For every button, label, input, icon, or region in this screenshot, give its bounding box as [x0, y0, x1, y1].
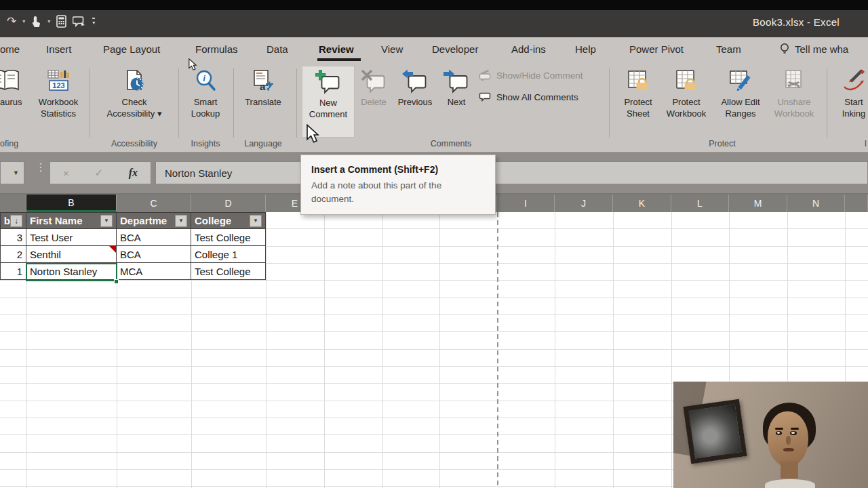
column-header-l[interactable]: L	[671, 195, 729, 212]
column-header-c[interactable]: C	[117, 195, 191, 212]
touch-mode-icon[interactable]	[31, 16, 41, 28]
tab-page-layout[interactable]: Page Layout	[103, 43, 160, 55]
presenter-shirt	[765, 479, 816, 488]
formula-bar-grip[interactable]: ⋮	[35, 165, 46, 170]
delete-comment-icon	[361, 69, 387, 94]
insert-function-button[interactable]: fx	[129, 167, 138, 179]
group-label-language: Language	[239, 139, 288, 151]
group-divider	[296, 68, 297, 138]
column-header-j[interactable]: J	[555, 195, 613, 212]
tab-add-ins[interactable]: Add-ins	[511, 43, 546, 55]
show-all-comments-button[interactable]: Show All Comments	[479, 92, 578, 102]
cell-department[interactable]: MCA	[117, 263, 191, 280]
tab-insert[interactable]: Insert	[46, 43, 72, 55]
smart-lookup-button[interactable]: i Smart Lookup	[182, 66, 229, 138]
header-label-college: College	[195, 215, 231, 226]
header-cell-department[interactable]: Departme ▼	[117, 212, 191, 229]
tab-formulas[interactable]: Formulas	[195, 43, 238, 55]
fill-handle[interactable]	[114, 279, 119, 284]
column-header-b[interactable]: B	[26, 195, 117, 212]
protect-sheet-icon	[627, 69, 650, 94]
show-all-comments-label: Show All Comments	[496, 92, 578, 102]
cell-college[interactable]: College 1	[191, 246, 266, 263]
redo-icon[interactable]: ↷	[7, 14, 16, 28]
cell-first-name[interactable]: Test User	[26, 229, 117, 246]
cell-number[interactable]: 1	[0, 263, 26, 280]
cancel-button[interactable]: ×	[63, 167, 69, 179]
column-header-m[interactable]: M	[729, 195, 787, 212]
table-row: 2 Senthil BCA College 1	[0, 246, 266, 263]
group-label-accessibility: Accessibility	[99, 139, 170, 151]
previous-comment-icon	[402, 69, 428, 94]
column-header-o-partial[interactable]	[845, 195, 868, 212]
start-inking-icon	[842, 69, 865, 94]
tab-help[interactable]: Help	[575, 43, 596, 55]
group-divider	[827, 68, 827, 138]
column-header-n[interactable]: N	[787, 195, 845, 212]
group-label-ink: I	[864, 139, 867, 151]
workbook-statistics-button[interactable]: 123 Workbook Statistics	[28, 66, 88, 138]
ribbon-tab-row: ome Insert Page Layout Formulas Data Rev…	[0, 37, 868, 63]
filter-dropdown-icon[interactable]: ▼	[250, 215, 262, 227]
tab-developer[interactable]: Developer	[432, 43, 478, 55]
start-inking-button[interactable]: Start Inking	[834, 66, 868, 138]
touch-mode-dropdown-icon[interactable]: ▾	[47, 18, 50, 24]
header-cell-number[interactable]: nb ↓	[0, 212, 26, 229]
cell-college[interactable]: Test College	[191, 229, 266, 246]
unshare-workbook-button[interactable]: Unshare Workbook	[770, 66, 818, 138]
presenter-eye	[790, 431, 797, 435]
next-comment-button[interactable]: Next	[441, 66, 472, 138]
cell-college[interactable]: Test College	[191, 263, 266, 280]
cell-first-name[interactable]: Senthil	[26, 246, 117, 263]
tab-view[interactable]: View	[381, 43, 403, 55]
tab-team[interactable]: Team	[716, 43, 741, 55]
filter-dropdown-icon[interactable]: ▼	[175, 215, 187, 227]
comment-indicator	[109, 246, 116, 253]
smart-lookup-label: Smart Lookup	[191, 97, 220, 119]
comment-quick-icon[interactable]	[73, 16, 86, 28]
formula-buttons: × ✓ fx	[50, 161, 151, 184]
customize-qat-icon[interactable]: ▾	[92, 18, 95, 26]
cell-number[interactable]: 2	[0, 246, 26, 263]
name-box[interactable]: ▼	[0, 161, 24, 184]
lightbulb-icon	[780, 43, 789, 56]
translate-button[interactable]: a Translate	[239, 66, 288, 138]
mouse-cursor-small	[188, 58, 197, 70]
tab-data[interactable]: Data	[267, 43, 288, 55]
sort-descending-filter-icon[interactable]: ↓	[10, 215, 22, 227]
show-hide-comment-button[interactable]: Show/Hide Comment	[479, 70, 583, 81]
header-cell-first-name[interactable]: First Name ▼	[26, 212, 117, 229]
check-accessibility-label: Check Accessibility ▾	[107, 97, 162, 119]
calculator-icon[interactable]	[56, 15, 66, 28]
allow-edit-ranges-button[interactable]: Allow Edit Ranges	[713, 66, 768, 138]
tell-me-box[interactable]: Tell me wha	[780, 43, 848, 56]
protect-sheet-button[interactable]: Protect Sheet	[616, 66, 660, 138]
column-header-d[interactable]: D	[191, 195, 266, 212]
column-header-a-partial[interactable]	[0, 195, 26, 212]
enter-button[interactable]: ✓	[94, 167, 103, 179]
column-header-k[interactable]: K	[613, 195, 671, 212]
filter-dropdown-icon[interactable]: ▼	[100, 215, 113, 227]
delete-comment-button[interactable]: Delete	[357, 66, 390, 138]
previous-comment-button[interactable]: Previous	[392, 66, 438, 138]
tell-me-label: Tell me wha	[795, 43, 848, 55]
thesaurus-label: aurus	[0, 97, 22, 108]
cell-number[interactable]: 3	[0, 229, 26, 246]
check-accessibility-button[interactable]: Check Accessibility ▾	[99, 66, 170, 138]
column-header-i[interactable]: I	[497, 195, 555, 212]
formula-input[interactable]: Norton Stanley	[155, 161, 868, 184]
header-cell-college[interactable]: College ▼	[191, 212, 266, 229]
tab-home[interactable]: ome	[0, 43, 20, 55]
presenter-face	[768, 411, 808, 467]
redo-dropdown-icon[interactable]: ▾	[22, 18, 25, 24]
tab-power-pivot[interactable]: Power Pivot	[629, 43, 684, 55]
protect-workbook-label: Protect Workbook	[667, 97, 706, 119]
tab-review[interactable]: Review	[319, 43, 354, 55]
group-divider	[90, 68, 90, 138]
name-box-dropdown-icon[interactable]: ▼	[13, 169, 19, 176]
cell-department[interactable]: BCA	[117, 229, 191, 246]
presenter-brow	[775, 428, 783, 430]
workbook-statistics-icon: 123	[47, 69, 70, 94]
cell-department[interactable]: BCA	[117, 246, 191, 263]
protect-workbook-button[interactable]: Protect Workbook	[662, 66, 711, 138]
